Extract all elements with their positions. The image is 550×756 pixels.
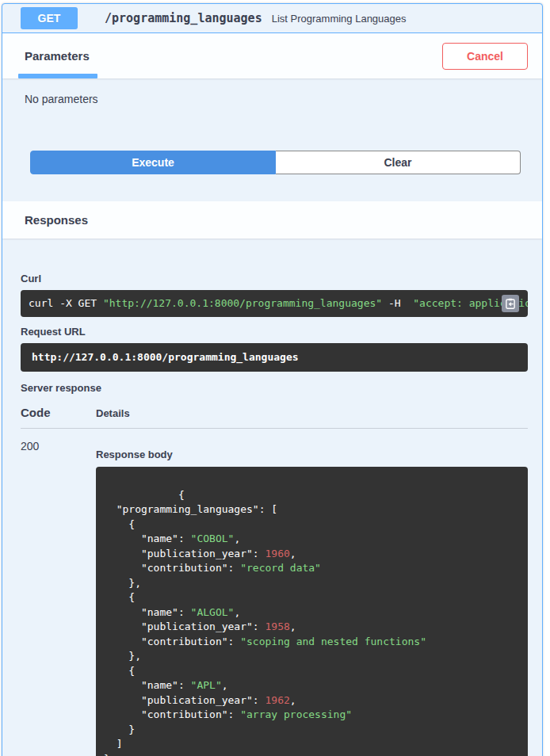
curl-label: Curl [21, 273, 528, 284]
code-column-header: Code [21, 406, 96, 419]
execute-button[interactable]: Execute [30, 151, 276, 174]
server-response-table: Code Details 200 Response body { "progra… [21, 406, 528, 756]
clipboard-icon [505, 298, 516, 309]
server-response-label: Server response [21, 382, 528, 394]
curl-flag-text: -H [382, 297, 413, 309]
no-parameters-text: No parameters [2, 78, 542, 119]
response-body-code: { "programming_languages": [ { "name": "… [104, 489, 426, 756]
curl-url-text: "http://127.0.0.1:8000/programming_langu… [103, 297, 382, 309]
request-url-label: Request URL [21, 326, 528, 338]
response-details-cell: Response body { "programming_languages":… [96, 440, 528, 756]
endpoint-summary: List Programming Languages [272, 13, 407, 25]
http-method-badge: GET [21, 7, 78, 29]
response-row-200: 200 Response body { "programming_languag… [21, 429, 528, 756]
active-tab-indicator [18, 74, 97, 78]
curl-cmd-text: curl -X GET [29, 297, 103, 309]
opblock-summary[interactable]: GET /programming_languages List Programm… [2, 4, 542, 33]
parameters-section-header: Parameters Cancel [2, 33, 542, 78]
request-url-value: http://127.0.0.1:8000/programming_langua… [21, 343, 528, 372]
responses-section-header: Responses [2, 201, 542, 239]
status-code: 200 [21, 440, 96, 452]
response-table-header: Code Details [21, 406, 528, 429]
curl-command: curl -X GET "http://127.0.0.1:8000/progr… [21, 290, 528, 317]
responses-title: Responses [25, 213, 88, 227]
responses-body: Curl curl -X GET "http://127.0.0.1:8000/… [2, 273, 542, 756]
opblock-get: GET /programming_languages List Programm… [2, 3, 543, 756]
response-body-box: { "programming_languages": [ { "name": "… [96, 467, 528, 756]
response-body-label: Response body [96, 449, 528, 460]
endpoint-path: /programming_languages [105, 11, 262, 25]
copy-to-clipboard-icon[interactable] [502, 295, 519, 312]
clear-button[interactable]: Clear [276, 151, 521, 174]
parameters-title: Parameters [25, 49, 90, 63]
cancel-button[interactable]: Cancel [442, 43, 528, 70]
execute-wrapper: Execute Clear [2, 119, 542, 201]
details-column-header: Details [96, 407, 528, 419]
